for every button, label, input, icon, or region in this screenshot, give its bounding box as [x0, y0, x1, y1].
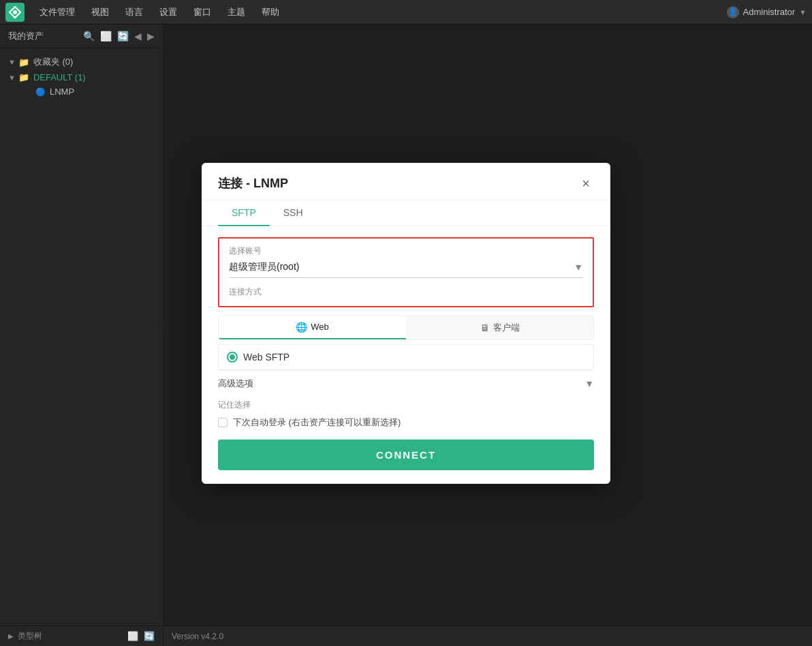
default-label: DEFAULT (1) [33, 72, 86, 82]
connect-dialog: 连接 - LNMP × SFTP SSH 选择账号 超级管理员(root) ▼ … [202, 163, 610, 484]
method-tab-client-label: 客户端 [493, 322, 520, 334]
sidebar-header: 我的资产 🔍 ⬜ 🔄 ◀ ▶ [0, 25, 163, 48]
sidebar: 我的资产 🔍 ⬜ 🔄 ◀ ▶ ▼ 📁 收藏夹 (0) ▼ 📁 DEFAULT (… [0, 25, 163, 626]
connect-method-label: 连接方式 [229, 286, 583, 298]
close-button[interactable]: × [578, 175, 594, 191]
web-sftp-option[interactable]: Web SFTP [218, 344, 594, 370]
sidebar-title: 我的资产 [8, 30, 44, 42]
connect-button[interactable]: CONNECT [218, 440, 594, 470]
dialog-header: 连接 - LNMP × [202, 163, 610, 200]
user-dropdown-icon: ▼ [799, 8, 807, 16]
svg-point-1 [13, 10, 17, 14]
remember-section: 记住选择 下次自动登录 (右击资产连接可以重新选择) [218, 399, 594, 429]
menu-language[interactable]: 语言 [119, 3, 150, 21]
folder-icon: 📁 [18, 57, 29, 67]
chevron-down-icon: ▼ [8, 74, 16, 82]
radio-button [227, 352, 238, 363]
remember-title: 记住选择 [218, 399, 594, 411]
account-section: 选择账号 超级管理员(root) ▼ 连接方式 [218, 237, 594, 307]
sidebar-toolbar: 🔍 ⬜ 🔄 ◀ ▶ [83, 31, 155, 42]
bottom-sidebar-bar: ▶ 类型树 ⬜ 🔄 [0, 626, 163, 646]
nav-right-icon[interactable]: ▶ [147, 31, 155, 42]
menu-file[interactable]: 文件管理 [33, 3, 82, 21]
version-label: Version v4.2.0 [172, 632, 223, 641]
chevron-down-icon: ▼ [584, 378, 594, 389]
dialog-title: 连接 - LNMP [218, 175, 288, 191]
monitor-icon: 🖥 [480, 322, 490, 333]
version-bar: Version v4.2.0 [163, 626, 812, 646]
arrow-right-icon: ▶ [8, 632, 14, 640]
advanced-label: 高级选项 [218, 378, 253, 390]
search-icon[interactable]: 🔍 [83, 31, 95, 42]
method-tab-client[interactable]: 🖥 客户端 [406, 316, 593, 339]
tree-favorites[interactable]: ▼ 📁 收藏夹 (0) [0, 54, 163, 70]
web-sftp-label: Web SFTP [243, 352, 290, 363]
radio-selected-icon [230, 354, 235, 360]
menu-view[interactable]: 视图 [84, 3, 116, 21]
globe-icon: 🌐 [296, 322, 307, 333]
auto-login-label: 下次自动登录 (右击资产连接可以重新选择) [233, 416, 401, 429]
user-name: Administrator [743, 7, 796, 17]
new-window-icon[interactable]: ⬜ [100, 31, 112, 42]
select-account-label: 选择账号 [229, 245, 583, 257]
chevron-down-icon: ▼ [8, 58, 16, 66]
account-value: 超级管理员(root) [229, 261, 574, 273]
asset-tree: ▼ 📁 收藏夹 (0) ▼ 📁 DEFAULT (1) 🔵 LNMP [0, 48, 163, 626]
method-tabs: 🌐 Web 🖥 客户端 [218, 316, 594, 340]
dropdown-arrow-icon: ▼ [574, 262, 583, 273]
menu-help[interactable]: 帮助 [255, 3, 286, 21]
method-tab-web[interactable]: 🌐 Web [219, 316, 406, 339]
dialog-tabs: SFTP SSH [202, 200, 610, 226]
favorites-label: 收藏夹 (0) [33, 56, 74, 68]
app-logo [5, 3, 25, 22]
nav-left-icon[interactable]: ◀ [134, 31, 142, 42]
menu-items: 文件管理 视图 语言 设置 窗口 主题 帮助 [33, 3, 727, 21]
menu-settings[interactable]: 设置 [153, 3, 184, 21]
menu-theme[interactable]: 主题 [221, 3, 252, 21]
auto-login-checkbox[interactable] [218, 418, 228, 427]
tab-sftp[interactable]: SFTP [218, 200, 270, 226]
tree-default[interactable]: ▼ 📁 DEFAULT (1) [0, 70, 163, 84]
tab-ssh[interactable]: SSH [270, 200, 317, 226]
menu-window[interactable]: 窗口 [187, 3, 218, 21]
type-tree-label: 类型树 [18, 630, 42, 642]
user-avatar: 👤 [727, 6, 739, 18]
advanced-options-row[interactable]: 高级选项 ▼ [218, 370, 594, 397]
bottom-bar-icons: ⬜ 🔄 [127, 631, 155, 641]
lnmp-label: LNMP [50, 87, 74, 97]
dialog-body: 选择账号 超级管理员(root) ▼ 连接方式 🌐 Web 🖥 客户端 [202, 226, 610, 484]
account-select[interactable]: 超级管理员(root) ▼ [229, 261, 583, 278]
window-icon[interactable]: ⬜ [127, 631, 138, 641]
refresh-icon[interactable]: 🔄 [144, 631, 155, 641]
auto-login-row: 下次自动登录 (右击资产连接可以重新选择) [218, 416, 594, 429]
folder-icon: 📁 [18, 72, 29, 82]
user-menu[interactable]: 👤 Administrator ▼ [727, 6, 807, 18]
refresh-icon[interactable]: 🔄 [117, 31, 129, 42]
server-icon: 🔵 [35, 87, 46, 97]
menu-bar: 文件管理 视图 语言 设置 窗口 主题 帮助 👤 Administrator ▼ [0, 0, 812, 25]
tree-lnmp[interactable]: 🔵 LNMP [0, 84, 163, 99]
type-tree-button[interactable]: ▶ 类型树 [8, 630, 42, 642]
method-tab-web-label: Web [311, 322, 329, 332]
